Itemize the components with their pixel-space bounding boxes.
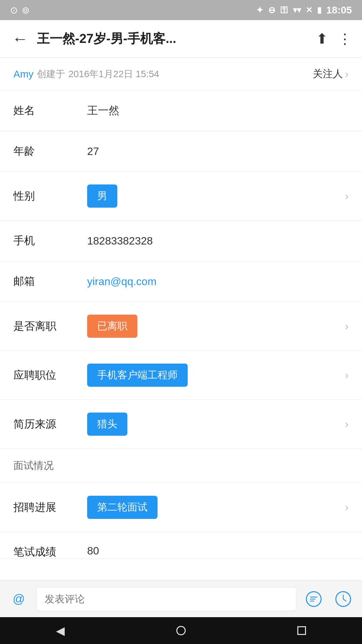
label-score: 笔试成绩 bbox=[13, 545, 87, 559]
app-bar: ← 王一然-27岁-男-手机客... ⬆ ⋮ bbox=[0, 20, 362, 58]
status-bar: ⊙ ⊚ ✦ ⊖ ⚿ ▾▾ ✕ ▮ 18:05 bbox=[0, 0, 362, 20]
field-row-resigned[interactable]: 是否离职 已离职 › bbox=[0, 302, 362, 351]
value-resigned: 已离职 bbox=[87, 315, 342, 338]
arrow-gender: › bbox=[345, 190, 349, 202]
field-row-position[interactable]: 应聘职位 手机客户端工程师 › bbox=[0, 351, 362, 400]
at-button[interactable]: @ bbox=[7, 587, 31, 611]
wifi-icon: ▾▾ bbox=[293, 5, 301, 15]
section-header-interview: 面试情况 bbox=[0, 449, 362, 483]
field-row-source[interactable]: 简历来源 猎头 › bbox=[0, 400, 362, 449]
more-options-button[interactable]: ⋮ bbox=[338, 31, 352, 47]
bluetooth-icon: ✦ bbox=[256, 5, 263, 15]
status-bar-left: ⊙ ⊚ bbox=[10, 5, 29, 16]
page-title: 王一然-27岁-男-手机客... bbox=[37, 30, 309, 47]
label-name: 姓名 bbox=[13, 103, 87, 118]
follower-link[interactable]: 关注人 › bbox=[313, 67, 349, 81]
value-name: 王一然 bbox=[87, 103, 349, 118]
value-gender: 男 bbox=[87, 184, 342, 208]
gender-badge: 男 bbox=[87, 184, 117, 208]
field-row-phone: 手机 18283382328 bbox=[0, 221, 362, 261]
creator-name: Amy bbox=[13, 68, 34, 80]
section-header-label: 面试情况 bbox=[13, 460, 54, 471]
label-source: 简历来源 bbox=[13, 417, 87, 432]
creator-info: Amy 创建于 2016年1月22日 15:54 bbox=[13, 68, 159, 80]
value-email[interactable]: yiran@qq.com bbox=[87, 275, 349, 288]
app-bar-actions: ⬆ ⋮ bbox=[316, 31, 352, 47]
creator-date-prefix: 创建于 bbox=[37, 68, 65, 80]
creator-row: Amy 创建于 2016年1月22日 15:54 关注人 › bbox=[0, 58, 362, 91]
signal-alt-icon: ⊚ bbox=[22, 5, 29, 16]
label-resigned: 是否离职 bbox=[13, 319, 87, 334]
signal-off-icon: ✕ bbox=[306, 5, 312, 15]
nav-home-button[interactable] bbox=[176, 626, 186, 635]
field-row-progress[interactable]: 招聘进展 第二轮面试 › bbox=[0, 483, 362, 532]
value-phone: 18283382328 bbox=[87, 235, 349, 247]
position-badge: 手机客户端工程师 bbox=[87, 364, 188, 387]
label-phone: 手机 bbox=[13, 233, 87, 248]
nav-back-button[interactable]: ◀ bbox=[56, 624, 65, 637]
back-button[interactable]: ← bbox=[10, 30, 30, 48]
field-row-email[interactable]: 邮箱 yiran@qq.com bbox=[0, 261, 362, 302]
value-progress: 第二轮面试 bbox=[87, 496, 342, 519]
value-source: 猎头 bbox=[87, 413, 342, 436]
value-age: 27 bbox=[87, 145, 349, 158]
minus-circle-icon: ⊖ bbox=[268, 5, 276, 15]
status-bar-right: ✦ ⊖ ⚿ ▾▾ ✕ ▮ 18:05 bbox=[256, 4, 352, 16]
value-position: 手机客户端工程师 bbox=[87, 364, 342, 387]
field-row-gender[interactable]: 性别 男 › bbox=[0, 172, 362, 221]
field-row-age: 年龄 27 bbox=[0, 131, 362, 172]
arrow-source: › bbox=[345, 418, 349, 430]
label-progress: 招聘进展 bbox=[13, 500, 87, 515]
creator-date: 2016年1月22日 15:54 bbox=[68, 68, 159, 80]
arrow-progress: › bbox=[345, 501, 349, 514]
field-row-name: 姓名 王一然 bbox=[0, 91, 362, 131]
arrow-position: › bbox=[345, 369, 349, 381]
wifi-icon: ⊙ bbox=[10, 5, 18, 16]
label-position: 应聘职位 bbox=[13, 368, 87, 383]
follower-label: 关注人 bbox=[313, 67, 343, 81]
label-age: 年龄 bbox=[13, 144, 87, 159]
chat-icon-button[interactable] bbox=[302, 587, 326, 611]
resigned-badge: 已离职 bbox=[87, 315, 137, 338]
chevron-right-icon: › bbox=[345, 68, 349, 80]
history-icon-button[interactable] bbox=[331, 587, 355, 611]
nav-recents-button[interactable] bbox=[297, 626, 306, 635]
label-email: 邮箱 bbox=[13, 274, 87, 289]
arrow-resigned: › bbox=[345, 320, 349, 332]
time-display: 18:05 bbox=[326, 4, 352, 16]
battery-icon: ▮ bbox=[317, 5, 321, 15]
content-area: Amy 创建于 2016年1月22日 15:54 关注人 › 姓名 王一然 年龄… bbox=[0, 58, 362, 626]
system-nav-bar: ◀ bbox=[0, 617, 362, 644]
label-gender: 性别 bbox=[13, 189, 87, 204]
field-row-score: 笔试成绩 80 bbox=[0, 532, 362, 559]
comment-input[interactable] bbox=[36, 587, 296, 611]
key-icon: ⚿ bbox=[280, 5, 288, 15]
bottom-bar: @ bbox=[0, 580, 362, 617]
progress-badge: 第二轮面试 bbox=[87, 496, 158, 519]
share-button[interactable]: ⬆ bbox=[316, 31, 328, 47]
value-score: 80 bbox=[87, 545, 349, 557]
source-badge: 猎头 bbox=[87, 413, 127, 436]
